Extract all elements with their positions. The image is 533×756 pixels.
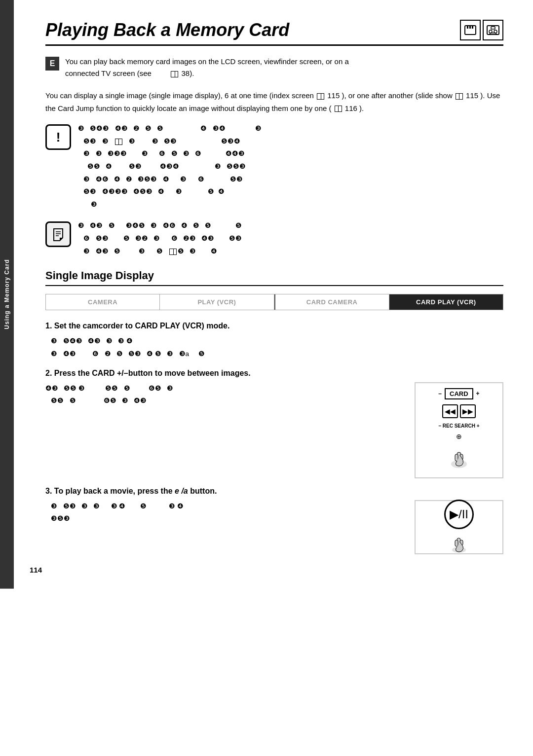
- note-row-3: ❸ ❹❸ ❺ ❸ ❺ ❺ ❸ ❹: [78, 245, 503, 258]
- step2-row2: ❺❺ ❺ ❻❺ ❸ ❹❸: [45, 395, 407, 407]
- step-2-content: ❹❸ ❺❺ ❸ ❺❺ ❺ ❻❺ ❸ ❺❺ ❺ ❻❺ ❸ ❹❸ – CA: [45, 382, 503, 478]
- step-2-text: Press the CARD +/–button to move between…: [54, 369, 251, 377]
- para2-mid: ), or one after another (slide show: [342, 91, 454, 100]
- svg-point-6: [494, 30, 497, 33]
- page-title: Playing Back a Memory Card: [45, 20, 503, 46]
- body-paragraph: You can display a single image (single i…: [45, 89, 503, 114]
- e-section: E You can play back memory card images o…: [45, 56, 503, 79]
- alert-circled-text: ❸ ❺❹❸ ❹❸ ❷ ❺ ❺ ❹ ❸❹ ❸ ❺❸ ❸ ❸ ❸ ❺❸ ❺❸❹ ❸ …: [78, 122, 503, 211]
- alert-row-4: ❺❺ ❹ ❺❸ ❹❸❹ ❸ ❺❺❸: [78, 160, 503, 173]
- step-2-heading: 2. Press the CARD +/–button to move betw…: [45, 367, 503, 379]
- svg-rect-2: [469, 26, 471, 29]
- svg-point-5: [489, 30, 492, 33]
- step-3-text: To play back a movie, press the: [54, 487, 173, 495]
- e-line1: You can play back memory card images on …: [65, 57, 349, 66]
- step1-row2: ❸ ❹❸ ❻ ❷ ❺ ❺❸ ❹ ❺ ❸ ❸a ❺: [45, 348, 503, 360]
- sidebar-label: Using a Memory Card: [0, 0, 14, 589]
- card-control-device: – CARD + ◀◀ ▶▶ – REC SEARCH + ⊕: [415, 382, 503, 478]
- card-label-box: CARD: [445, 388, 473, 399]
- page-container: Using a Memory Card Playing Back a Memor…: [0, 0, 533, 589]
- step-3-number: 3.: [45, 487, 52, 495]
- para2-text: You can display a single image (single i…: [45, 91, 316, 100]
- note-row-2: ❻ ❺❸ ❺ ❸❷ ❸ ❻ ❷❸ ❹❸ ❺❸: [78, 232, 503, 245]
- e-text: You can play back memory card images on …: [65, 56, 349, 79]
- memory-card-icon: [460, 20, 481, 40]
- card-control: – CARD + ◀◀ ▶▶ – REC SEARCH + ⊕: [438, 388, 479, 472]
- card-label-row: – CARD +: [438, 388, 479, 399]
- step-3-body: ❸ ❺❸ ❸ ❸ ❸ ❹ ❺ ❸ ❹ ❸❺❸: [45, 500, 407, 525]
- step-1-text: Set the camcorder to CARD PLAY (VCR) mod…: [54, 322, 230, 330]
- rewind-button[interactable]: ◀◀: [442, 404, 458, 418]
- step-1-heading: 1. Set the camcorder to CARD PLAY (VCR) …: [45, 320, 503, 332]
- book-note: [169, 249, 177, 255]
- play-hand-icon: [448, 533, 470, 554]
- minus-label: –: [438, 390, 442, 397]
- tab-card-camera[interactable]: CARD CAMERA: [274, 294, 389, 310]
- book-icon-2: [456, 93, 463, 100]
- step-3-text3: button.: [190, 487, 217, 495]
- play-device: ▶/II: [415, 500, 503, 554]
- para2-ref1: 115: [327, 91, 340, 100]
- tab-card-play-vcr[interactable]: CARD PLAY (VCR): [389, 294, 503, 310]
- alert-row-6: ❺❸ ❹❸❸❸ ❹❺❸ ❹ ❸ ❺ ❹: [78, 185, 503, 198]
- step-2-body: ❹❸ ❺❺ ❸ ❺❺ ❺ ❻❺ ❸ ❺❺ ❺ ❻❺ ❸ ❹❸: [45, 382, 407, 407]
- e-ref: 38).: [182, 69, 194, 77]
- svg-rect-3: [472, 26, 473, 29]
- hand-pointing-icon: [447, 445, 471, 472]
- title-text: Playing Back a Memory Card: [45, 20, 289, 40]
- note-icon: [45, 221, 71, 247]
- fast-forward-button[interactable]: ▶▶: [460, 404, 476, 418]
- alert-row-1: ❸ ❺❹❸ ❹❸ ❷ ❺ ❺ ❹ ❸❹ ❸: [78, 122, 503, 135]
- page-number: 114: [30, 566, 42, 574]
- alert-row-5: ❸ ❹❻ ❹ ❷ ❸❺❸ ❹ ❸ ❻ ❺❸: [78, 173, 503, 186]
- para2-ref3: 116: [345, 104, 357, 112]
- play-pause-button[interactable]: ▶/II: [444, 500, 474, 529]
- card-label: CARD: [450, 390, 468, 397]
- step3-row1: ❸ ❺❸ ❸ ❸ ❸ ❹ ❺ ❸ ❹: [45, 500, 407, 513]
- section-heading: Single Image Display: [45, 269, 503, 286]
- step-1-number: 1.: [45, 322, 52, 330]
- para2-ref2: 115: [466, 91, 478, 100]
- step-1-content: ❸ ❺❹❸ ❹❸ ❸ ❸ ❹ ❸ ❹❸ ❻ ❷ ❺ ❺❸ ❹ ❺ ❸ ❸a ❺: [45, 335, 503, 360]
- tab-camera[interactable]: CAMERA: [46, 294, 160, 310]
- book-inline: [115, 139, 122, 145]
- step-2-number: 2.: [45, 369, 52, 377]
- cassette-icon: [483, 20, 503, 40]
- svg-rect-1: [467, 26, 468, 29]
- book-icon-3: [335, 106, 342, 112]
- plus-label: +: [476, 390, 480, 397]
- rec-search-label: – REC SEARCH +: [438, 423, 479, 429]
- step3-row2: ❸❺❸: [45, 512, 407, 525]
- rec-search-icon: ⊕: [456, 432, 462, 440]
- step-1-body: ❸ ❺❹❸ ❹❸ ❸ ❸ ❹ ❸ ❹❸ ❻ ❷ ❺ ❺❸ ❹ ❺ ❸ ❸a ❺: [45, 335, 503, 360]
- svg-rect-7: [491, 27, 495, 29]
- note-circled-text: ❸ ❹❸ ❺ ❸❹❺ ❸ ❹❻ ❹ ❺ ❺ ❺ ❻ ❺❸ ❺ ❸❷ ❸ ❻ ❷❸…: [78, 219, 503, 257]
- para2-end: ).: [359, 104, 364, 112]
- note-row-1: ❸ ❹❸ ❺ ❸❹❺ ❸ ❹❻ ❹ ❺ ❺ ❺: [78, 219, 503, 232]
- mode-tabs: CAMERA PLAY (VCR) CARD CAMERA CARD PLAY …: [45, 294, 503, 310]
- step2-row1: ❹❸ ❺❺ ❸ ❺❺ ❺ ❻❺ ❸: [45, 382, 407, 395]
- card-arrow-buttons: ◀◀ ▶▶: [442, 404, 476, 418]
- title-icons: [460, 20, 503, 40]
- step-3-heading: 3. To play back a movie, press the e /a …: [45, 485, 503, 497]
- step-3-content: ❸ ❺❸ ❸ ❸ ❸ ❹ ❺ ❸ ❹ ❸❺❸ ▶/II: [45, 500, 503, 554]
- alert-icon: !: [45, 124, 71, 150]
- e-line2: connected TV screen (see: [65, 69, 152, 77]
- e-marker: E: [45, 57, 59, 71]
- alert-row-7: ❸: [78, 198, 503, 211]
- alert-block: ! ❸ ❺❹❸ ❹❸ ❷ ❺ ❺ ❹ ❸❹ ❸ ❺❸ ❸ ❸ ❸ ❺❸ ❺❸❹: [45, 122, 503, 211]
- alert-row-3: ❸ ❸ ❸❸❸ ❸ ❻ ❺ ❸ ❻ ❹❹❸: [78, 147, 503, 160]
- alert-row-2: ❺❸ ❸ ❸ ❸ ❺❸ ❺❸❹: [78, 135, 503, 148]
- play-pause-symbol: ▶/II: [450, 507, 468, 521]
- tab-play-vcr[interactable]: PLAY (VCR): [160, 294, 274, 310]
- svg-rect-17: [455, 540, 458, 546]
- book-ref-icon: [171, 71, 178, 77]
- main-content: Playing Back a Memory Card: [45, 20, 503, 554]
- note-block: ❸ ❹❸ ❺ ❸❹❺ ❸ ❹❻ ❹ ❺ ❺ ❺ ❻ ❺❸ ❺ ❸❷ ❸ ❻ ❷❸…: [45, 219, 503, 257]
- step1-row1: ❸ ❺❹❸ ❹❸ ❸ ❸ ❹: [45, 335, 503, 348]
- step-3-button-label: e /a: [175, 487, 188, 495]
- book-icon-1: [317, 93, 324, 100]
